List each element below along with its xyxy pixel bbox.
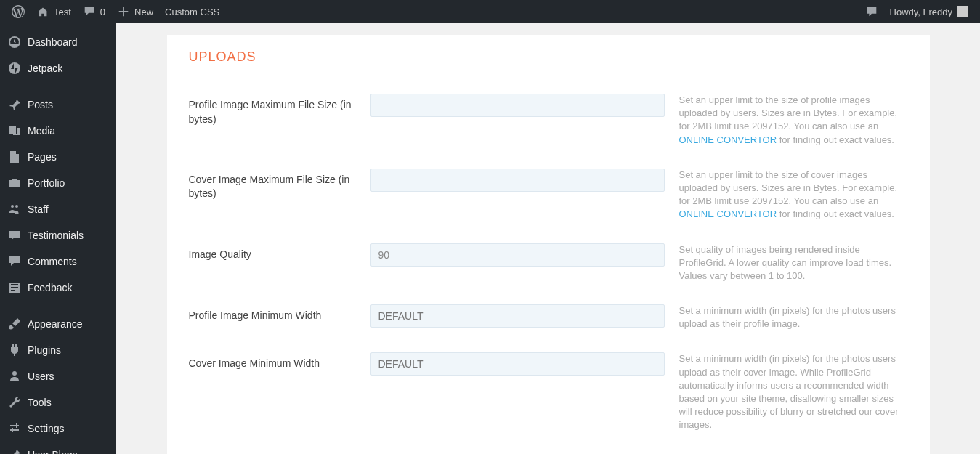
settings-icon [7,421,22,436]
sidebar-item-comments[interactable]: Comments [0,248,116,275]
field-help: Set an upper limit to the size of cover … [679,169,908,222]
sidebar-item-label: Testimonials [28,230,84,241]
profile-min-width-input[interactable] [370,304,665,328]
sidebar-item-staff[interactable]: Staff [0,196,116,222]
sidebar-item-jetpack[interactable]: Jetpack [0,55,116,81]
feedback-icon [7,280,22,295]
field-label: Cover Image Maximum File Size (in bytes) [189,169,356,201]
field-label: Cover Image Minimum Width [189,352,356,371]
sidebar-item-pages[interactable]: Pages [0,144,116,170]
sidebar-item-portfolio[interactable]: Portfolio [0,170,116,196]
field-help: Set an upper limit to the size of profil… [679,94,908,147]
howdy-prefix: Howdy, [890,7,923,17]
jetpack-icon [7,61,22,76]
comment-icon [7,254,22,269]
sidebar-item-users[interactable]: Users [0,363,116,389]
avatar [957,6,968,17]
field-help: Set a minimum width (in pixels) for the … [679,352,908,431]
field-profile-max-size: Profile Image Maximum File Size (in byte… [189,94,908,147]
testimonial-icon [7,228,22,243]
sidebar-item-label: Tools [28,397,52,408]
plus-icon [117,5,130,18]
sidebar-item-posts[interactable]: Posts [0,92,116,118]
comments-count: 0 [100,7,105,17]
site-home-link[interactable]: Test [31,0,77,23]
profile-max-size-input[interactable] [370,94,665,117]
sidebar-item-appearance[interactable]: Appearance [0,311,116,337]
sidebar-item-label: Pages [28,151,57,163]
online-convertor-link[interactable]: ONLINE CONVERTOR [679,208,777,219]
new-content-link[interactable]: New [111,0,159,23]
user-icon [7,369,22,384]
home-icon [36,5,49,18]
field-help: Set a minimum width (in pixels) for the … [679,304,908,331]
field-profile-min-width: Profile Image Minimum Width Set a minimu… [189,304,908,331]
sidebar-item-media[interactable]: Media [0,118,116,144]
sidebar-item-label: User Blogs [28,449,77,454]
sidebar-item-label: Dashboard [28,36,78,48]
cover-min-width-input[interactable] [370,352,665,376]
admin-bar: Test 0 New Custom CSS Howdy, Freddy [0,0,980,23]
comment-icon [83,5,96,18]
online-convertor-link[interactable]: ONLINE CONVERTOR [679,134,777,145]
sidebar-item-label: Jetpack [28,62,62,74]
image-quality-input[interactable] [370,243,665,267]
sidebar-item-settings[interactable]: Settings [0,416,116,442]
group-icon [7,202,22,216]
pin-icon [7,447,22,454]
howdy-account[interactable]: Howdy, Freddy [884,0,974,23]
howdy-user: Freddy [923,7,952,17]
chat-bubble-icon [865,5,878,18]
comments-link[interactable]: 0 [77,0,111,23]
sidebar-item-label: Media [28,125,55,137]
custom-css-link[interactable]: Custom CSS [159,0,225,23]
pin-icon [7,97,22,112]
sidebar-item-label: Appearance [28,318,83,330]
sidebar-item-dashboard[interactable]: Dashboard [0,29,116,55]
site-name: Test [54,7,71,17]
sidebar-item-label: Comments [28,256,77,267]
portfolio-icon [7,176,22,190]
brush-icon [7,317,22,331]
svg-point-0 [9,62,20,74]
content-area: UPLOADS Profile Image Maximum File Size … [116,23,980,454]
sidebar-item-tools[interactable]: Tools [0,389,116,416]
dashboard-icon [7,35,22,49]
media-icon [7,123,22,138]
sidebar-item-label: Settings [28,423,65,434]
new-label: New [134,7,153,17]
sidebar-item-feedback[interactable]: Feedback [0,275,116,301]
wp-logo[interactable] [6,0,31,23]
sidebar-item-label: Portfolio [28,177,65,189]
field-label: Image Quality [189,243,356,262]
field-help: Set quality of images being rendered ins… [679,243,908,283]
page-icon [7,150,22,164]
settings-card: UPLOADS Profile Image Maximum File Size … [167,35,930,454]
field-label: Profile Image Maximum File Size (in byte… [189,94,356,126]
sidebar-item-testimonials[interactable]: Testimonials [0,222,116,248]
field-image-quality: Image Quality Set quality of images bein… [189,243,908,283]
field-cover-max-size: Cover Image Maximum File Size (in bytes)… [189,169,908,222]
sidebar-item-label: Posts [28,99,53,110]
field-cover-min-width: Cover Image Minimum Width Set a minimum … [189,352,908,431]
custom-css-label: Custom CSS [165,7,219,17]
field-label: Profile Image Minimum Width [189,304,356,323]
sidebar-item-user-blogs[interactable]: User Blogs [0,442,116,454]
sidebar-item-label: Plugins [28,344,61,356]
wrench-icon [7,395,22,410]
admin-sidebar: Dashboard Jetpack Posts Media Pages Port… [0,23,116,454]
alert-icon-item[interactable] [859,0,884,23]
sidebar-item-label: Users [28,370,54,382]
plug-icon [7,343,22,357]
page-title: UPLOADS [189,49,908,65]
sidebar-item-label: Staff [28,203,49,215]
sidebar-item-plugins[interactable]: Plugins [0,337,116,363]
cover-max-size-input[interactable] [370,169,665,192]
sidebar-item-label: Feedback [28,282,72,293]
